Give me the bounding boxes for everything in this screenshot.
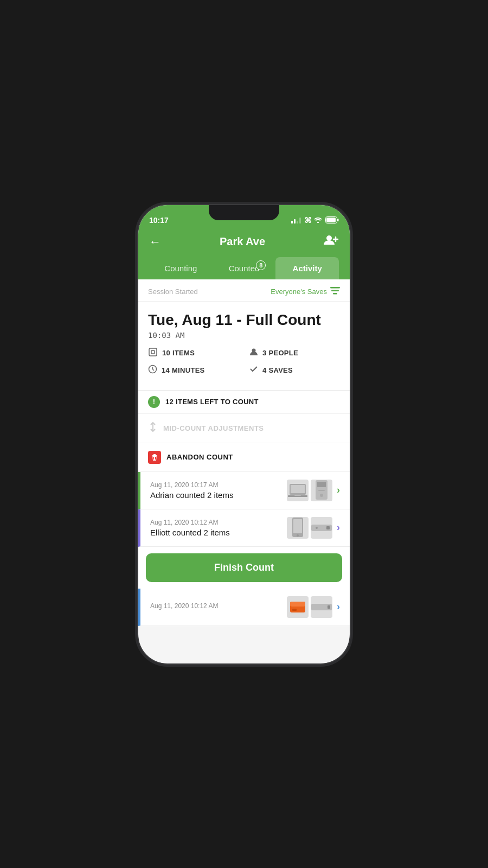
product-thumb-gray-drive — [311, 596, 332, 618]
activity-desc-1: Adrian counted 2 items — [150, 490, 287, 500]
finish-btn-wrap: Finish Count — [138, 547, 350, 589]
stat-items: 10 ITEMS — [148, 347, 239, 359]
product-thumb-extdrive — [311, 517, 332, 539]
activity-item-1[interactable]: Aug 11, 2020 10:17 AM Adrian counted 2 i… — [138, 472, 350, 509]
svg-rect-23 — [293, 519, 302, 533]
svg-rect-2 — [326, 218, 336, 222]
activity-date-2: Aug 11, 2020 10:12 AM — [150, 519, 287, 526]
session-label: Session Started — [148, 288, 198, 296]
items-left-count: 12 ITEMS LEFT TO COUNT — [165, 398, 259, 406]
tab-counting[interactable]: Counting — [149, 257, 213, 279]
svg-rect-29 — [290, 602, 305, 607]
signal-bar-2 — [294, 219, 296, 224]
chevron-right-2: › — [337, 522, 340, 533]
svg-point-27 — [316, 527, 318, 529]
main-content: Session Started Everyone's Saves Tue, Au… — [138, 279, 350, 626]
wifi-icon: ⌘ — [304, 216, 322, 225]
activity-meta-1: Aug 11, 2020 10:17 AM Adrian counted 2 i… — [150, 481, 287, 500]
header-row: ← Park Ave — [149, 234, 339, 257]
svg-point-0 — [317, 221, 319, 223]
finish-count-button[interactable]: Finish Count — [146, 553, 342, 582]
product-thumb-laptop — [287, 480, 309, 501]
items-icon — [148, 347, 158, 359]
activity-images-3 — [287, 596, 332, 618]
status-right: ⌘ — [291, 216, 339, 225]
header-title: Park Ave — [220, 235, 265, 248]
tabs-container: Counting Counted 8 Activity — [149, 257, 339, 279]
session-time: 10:03 AM — [148, 331, 340, 340]
activity-item-2[interactable]: Aug 11, 2020 10:12 AM Elliott counted 2 … — [138, 509, 350, 547]
session-title: Tue, Aug 11 - Full Count — [148, 311, 340, 329]
status-time: 10:17 — [149, 216, 169, 225]
activity-date-1: Aug 11, 2020 10:17 AM — [150, 481, 287, 489]
svg-rect-32 — [328, 605, 330, 609]
phone-screen: 10:17 ⌘ — [138, 205, 350, 663]
product-thumb-tower — [311, 480, 332, 501]
filter-label: Everyone's Saves — [271, 288, 327, 296]
signal-bar-4 — [299, 218, 301, 224]
activity-item-3[interactable]: Aug 11, 2020 10:12 AM — [138, 589, 350, 626]
svg-rect-30 — [292, 609, 297, 611]
stat-people: 3 PEOPLE — [249, 347, 340, 359]
svg-rect-21 — [318, 490, 325, 491]
chevron-right-3: › — [337, 601, 340, 612]
svg-point-4 — [326, 235, 332, 241]
activity-images-2 — [287, 517, 332, 539]
people-icon — [249, 348, 258, 359]
stat-minutes: 14 MINUTES — [148, 365, 239, 376]
svg-rect-15 — [291, 485, 305, 493]
svg-rect-8 — [331, 290, 339, 291]
signal-bar-1 — [291, 221, 293, 224]
mid-count-adjustments[interactable]: MID-COUNT ADJUSTMENTS — [138, 414, 350, 443]
session-info: Tue, Aug 11 - Full Count 10:03 AM 10 ITE… — [138, 302, 350, 391]
battery-icon — [325, 216, 339, 224]
activity-images-1 — [287, 480, 332, 501]
session-header: Session Started Everyone's Saves — [138, 279, 350, 302]
tab-counted[interactable]: Counted 8 — [213, 257, 276, 279]
svg-rect-19 — [317, 482, 326, 487]
stats-grid: 10 ITEMS 3 PEOPLE — [148, 347, 340, 376]
signal-bars — [291, 217, 301, 224]
svg-point-20 — [320, 494, 323, 497]
svg-rect-9 — [333, 293, 337, 295]
activity-date-3: Aug 11, 2020 10:12 AM — [150, 602, 287, 610]
product-thumb-orange — [287, 596, 309, 618]
app-header: ← Park Ave Counting Counted — [138, 229, 350, 279]
items-left: ! 12 ITEMS LEFT TO COUNT — [138, 391, 350, 414]
phone-frame: 10:17 ⌘ — [138, 205, 350, 663]
counted-badge: 8 — [256, 260, 266, 270]
trash-icon — [148, 451, 161, 464]
warning-icon: ! — [148, 396, 160, 408]
filter-row[interactable]: Everyone's Saves — [271, 287, 340, 297]
svg-rect-17 — [294, 495, 301, 496]
svg-rect-26 — [326, 526, 330, 529]
activity-meta-3: Aug 11, 2020 10:12 AM — [150, 602, 287, 611]
svg-rect-3 — [337, 219, 339, 221]
activity-meta-2: Aug 11, 2020 10:12 AM Elliott counted 2 … — [150, 519, 287, 537]
svg-rect-7 — [330, 287, 340, 289]
activity-desc-2: Elliott counted 2 items — [150, 528, 287, 537]
abandon-label: ABANDON COUNT — [166, 453, 233, 461]
stat-saves: 4 SAVES — [249, 365, 340, 376]
abandon-count[interactable]: ABANDON COUNT — [138, 443, 350, 472]
svg-point-24 — [297, 534, 299, 537]
check-icon — [249, 365, 258, 375]
svg-rect-10 — [149, 348, 157, 356]
filter-icon — [330, 287, 340, 297]
back-button[interactable]: ← — [149, 235, 161, 249]
chevron-right-1: › — [337, 484, 340, 496]
adjustments-icon — [148, 422, 158, 435]
tab-activity[interactable]: Activity — [275, 257, 339, 279]
add-people-button[interactable] — [324, 234, 339, 250]
product-thumb-phone — [287, 517, 309, 539]
mid-count-label: MID-COUNT ADJUSTMENTS — [163, 424, 264, 432]
activity-section: Aug 11, 2020 10:17 AM Adrian counted 2 i… — [138, 472, 350, 626]
signal-bar-3 — [297, 221, 298, 224]
svg-rect-11 — [151, 350, 155, 354]
notch — [209, 205, 279, 220]
clock-icon — [148, 365, 157, 376]
